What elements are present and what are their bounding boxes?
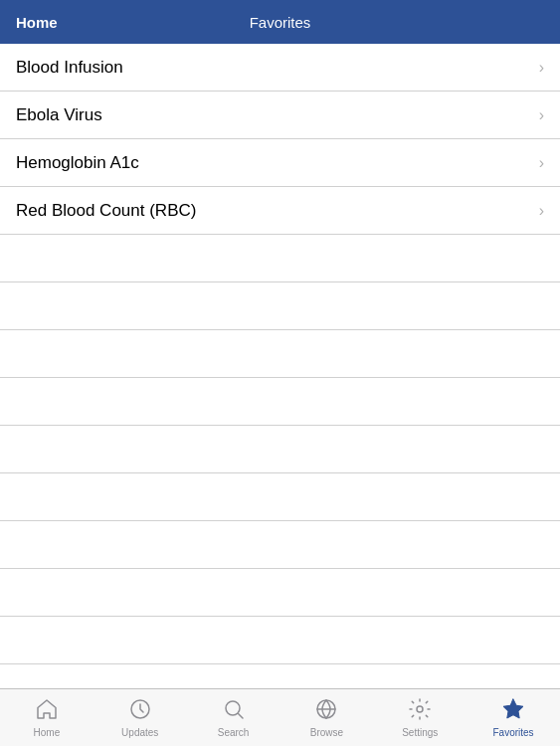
favorites-icon [501, 697, 525, 725]
list-item[interactable]: Red Blood Count (RBC)› [0, 187, 560, 235]
header-favorites-label: Favorites [250, 14, 311, 31]
empty-row [0, 282, 560, 330]
tab-home[interactable]: Home [0, 689, 93, 746]
list-container: Blood Infusion›Ebola Virus›Hemoglobin A1… [0, 44, 560, 688]
list-item[interactable]: Hemoglobin A1c› [0, 139, 560, 187]
tab-search-label: Search [218, 727, 250, 738]
list-item-label: Red Blood Count (RBC) [16, 201, 196, 221]
svg-marker-6 [503, 699, 523, 718]
home-icon [35, 697, 59, 725]
chevron-right-icon: › [539, 154, 544, 172]
list-item-label: Ebola Virus [16, 105, 102, 125]
empty-row [0, 664, 560, 688]
empty-row [0, 473, 560, 521]
empty-row [0, 378, 560, 426]
browse-icon [314, 697, 338, 725]
tab-browse[interactable]: Browse [280, 689, 373, 746]
tab-favorites[interactable]: Favorites [467, 689, 560, 746]
svg-point-5 [417, 706, 423, 712]
empty-row [0, 330, 560, 378]
empty-row [0, 521, 560, 569]
tab-settings-label: Settings [402, 727, 438, 738]
tab-favorites-label: Favorites [492, 727, 533, 738]
tab-search[interactable]: Search [187, 689, 280, 746]
header: Home Favorites [0, 0, 560, 44]
list-item-label: Hemoglobin A1c [16, 153, 139, 173]
tab-bar: HomeUpdatesSearchBrowseSettingsFavorites [0, 688, 560, 746]
empty-row [0, 235, 560, 282]
svg-point-1 [226, 701, 240, 715]
svg-line-2 [238, 714, 243, 719]
chevron-right-icon: › [539, 106, 544, 124]
tab-browse-label: Browse [310, 727, 343, 738]
search-icon [222, 697, 246, 725]
updates-icon [128, 697, 152, 725]
tab-updates[interactable]: Updates [93, 689, 187, 746]
chevron-right-icon: › [539, 202, 544, 220]
empty-row [0, 426, 560, 473]
empty-row [0, 617, 560, 664]
list-item-label: Blood Infusion [16, 58, 123, 78]
tab-home-label: Home [34, 727, 61, 738]
settings-icon [408, 697, 432, 725]
tab-updates-label: Updates [121, 727, 158, 738]
list-item[interactable]: Blood Infusion› [0, 44, 560, 92]
empty-row [0, 569, 560, 617]
tab-settings[interactable]: Settings [373, 689, 467, 746]
chevron-right-icon: › [539, 59, 544, 77]
list-item[interactable]: Ebola Virus› [0, 92, 560, 139]
